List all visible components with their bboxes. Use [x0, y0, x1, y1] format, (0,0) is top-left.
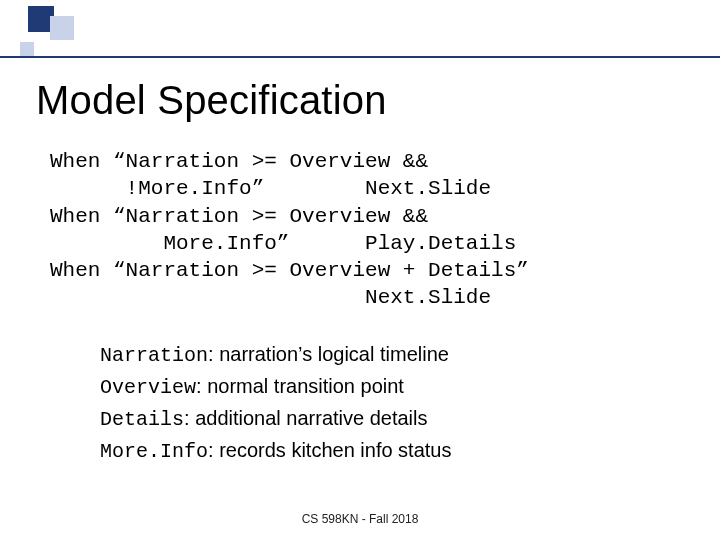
accent-bar	[0, 0, 720, 58]
definition-row: Overview: normal transition point	[100, 372, 660, 402]
accent-square-light	[50, 16, 74, 40]
definition-desc: : records kitchen info status	[208, 439, 451, 461]
definitions-list: Narration: narration’s logical timeline …	[100, 340, 660, 468]
definition-term: Narration	[100, 344, 208, 367]
definition-desc: : additional narrative details	[184, 407, 427, 429]
definition-desc: : narration’s logical timeline	[208, 343, 449, 365]
accent-divider	[0, 56, 720, 58]
page-title: Model Specification	[36, 78, 387, 123]
definition-term: Overview	[100, 376, 196, 399]
definition-row: More.Info: records kitchen info status	[100, 436, 660, 466]
definition-term: More.Info	[100, 440, 208, 463]
definition-row: Narration: narration’s logical timeline	[100, 340, 660, 370]
slide: Model Specification When “Narration >= O…	[0, 0, 720, 540]
definition-term: Details	[100, 408, 184, 431]
code-block: When “Narration >= Overview && !More.Inf…	[50, 148, 670, 312]
definition-desc: : normal transition point	[196, 375, 404, 397]
accent-square-small	[20, 42, 34, 56]
footer-text: CS 598KN - Fall 2018	[0, 512, 720, 526]
definition-row: Details: additional narrative details	[100, 404, 660, 434]
